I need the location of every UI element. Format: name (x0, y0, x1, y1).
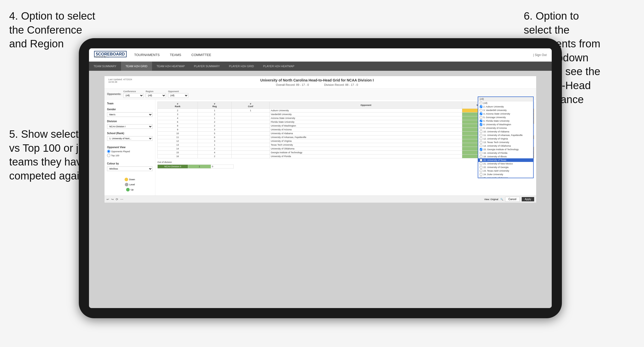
col-opponent: Opponent (270, 102, 462, 109)
subnav-team-summary[interactable]: TEAM SUMMARY (89, 62, 121, 71)
toolbar: ↩ ↪ ⟳ ⋯ View: Original 🔍 Cancel Apply (104, 196, 536, 203)
nav-committee[interactable]: COMMITTEE (191, 52, 211, 58)
dropdown-item[interactable]: 11. University of Arkansas, Fayetteville (478, 133, 533, 137)
subnav: TEAM SUMMARY TEAM H2H GRID TEAM H2H HEAT… (89, 62, 552, 71)
dropdown-item[interactable]: 18. University of Illinois (478, 155, 533, 158)
cell-reg: 2 (198, 155, 232, 158)
view-label: View: Original (484, 198, 498, 201)
dropdown-item[interactable]: 14. University of Oklahoma (478, 144, 533, 148)
cancel-button[interactable]: Cancel (505, 197, 520, 202)
out-win: 1 (188, 165, 211, 169)
out-of-division-table: NCAA Division II 1 0 (157, 164, 234, 169)
cell-conf (231, 155, 269, 158)
cell-opponent: University of Alabama (270, 132, 462, 135)
opponent-dropdown[interactable]: (All) (All) 2. Auburn University 3. Vand… (478, 96, 534, 178)
school-select[interactable]: 1. University of Nort... (107, 136, 153, 141)
cell-rank: 8 (158, 124, 198, 128)
cell-rank: 4 (158, 116, 198, 120)
cell-conf: 1 (231, 109, 269, 113)
dropdown-item[interactable]: 21. University of New Mexico (478, 162, 533, 165)
cell-rank: 3 (158, 113, 198, 116)
dropdown-item[interactable]: 16. University of Florida (478, 151, 533, 155)
main-content: Last Updated: 4/7/2024 16:55:38 Universi… (89, 71, 552, 308)
subnav-player-h2h-heatmap[interactable]: PLAYER H2H HEATMAP (259, 62, 299, 71)
conference-select[interactable]: (All) (123, 93, 144, 98)
radio-group: Opponents Played Top 100 (107, 150, 153, 157)
cell-rank: 10 (158, 132, 198, 135)
dropdown-item[interactable]: 8. University of Washington (478, 123, 533, 126)
subnav-h2h-grid[interactable]: TEAM H2H GRID (121, 62, 152, 71)
navbar: 5COREBOARD Powered By ... TOURNAMENTS TE… (89, 48, 552, 62)
nav-tournaments[interactable]: TOURNAMENTS (134, 52, 160, 58)
cell-rank: 9 (158, 128, 198, 132)
cell-reg: 3 (198, 139, 232, 143)
record-info: Overall Record: 89 - 17 - 0 Division Rec… (260, 83, 374, 86)
dropdown-item[interactable]: (All) (478, 101, 533, 105)
cell-conf (231, 120, 269, 124)
subnav-h2h-heatmap[interactable]: TEAM H2H HEATMAP (152, 62, 189, 71)
dropdown-item[interactable]: 12. University of Virginia (478, 137, 533, 141)
nav-teams[interactable]: TEAMS (170, 52, 181, 58)
more-btn[interactable]: ⋯ (120, 198, 123, 201)
radio-opponents-played[interactable]: Opponents Played (107, 150, 153, 153)
level-dot (125, 183, 128, 186)
gender-select[interactable]: Men's (107, 112, 153, 117)
cell-reg: 6 (198, 135, 232, 139)
dropdown-item[interactable]: 4. Arizona State University (478, 112, 533, 116)
dropdown-item[interactable]: 24. Duke University (478, 173, 533, 176)
radio-top100[interactable]: Top 100 (107, 154, 153, 157)
opponents-label: Opponents: (107, 93, 121, 95)
region-select[interactable]: (All) (146, 93, 166, 98)
redo-btn[interactable]: ↪ (111, 198, 114, 201)
dropdown-item[interactable]: 23. Texas A&M University (478, 169, 533, 173)
cell-rank: 15 (158, 151, 198, 155)
cell-reg: 3 (198, 128, 232, 132)
undo-btn[interactable]: ↩ (107, 198, 109, 201)
tablet-screen: 5COREBOARD Powered By ... TOURNAMENTS TE… (89, 48, 552, 308)
sign-out[interactable]: | Sign Out (533, 53, 547, 57)
subnav-player-summary[interactable]: PLAYER SUMMARY (189, 62, 224, 71)
dropdown-item[interactable]: 15. Georgia Institute of Technology (478, 148, 533, 151)
division-select[interactable]: NCAA Division I (107, 124, 153, 129)
left-sidebar: Team Gender Men's Division NCAA Division… (104, 100, 155, 196)
dropdown-item[interactable]: 13. Texas Tech University (478, 141, 533, 144)
team-section: Team (107, 102, 153, 105)
cell-conf (231, 143, 269, 147)
down-label: Down (129, 178, 135, 181)
colour-by-select[interactable]: Win/loss (107, 166, 153, 171)
subnav-player-h2h-grid[interactable]: PLAYER H2H GRID (224, 62, 259, 71)
last-updated: Last Updated: 4/7/2024 16:55:38 (108, 78, 132, 83)
legend: Down Level Up (107, 176, 153, 193)
col-conf: #Conf (231, 102, 269, 109)
dropdown-item[interactable]: 3. Vanderbilt University (478, 108, 533, 112)
opponent-filter: Opponent (All) (168, 90, 188, 98)
cell-reg: 5 (198, 132, 232, 135)
out-of-division-row: NCAA Division II 1 0 (158, 165, 234, 169)
cell-opponent: University of Oklahoma (270, 147, 462, 151)
school-section: School (Rank) 1. University of Nort... (107, 132, 153, 141)
dropdown-item[interactable]: 2. Auburn University (478, 105, 533, 108)
cell-opponent: Texas Tech University (270, 143, 462, 147)
col-rank: #Rank (158, 102, 198, 109)
out-division-name: NCAA Division II (158, 165, 188, 169)
apply-button[interactable]: Apply (522, 197, 534, 201)
reset-btn[interactable]: ⟳ (116, 198, 118, 201)
opponent-select[interactable]: (All) (168, 93, 188, 98)
dropdown-item[interactable]: 6. Florida State University (478, 119, 533, 123)
cell-rank: 16 (158, 155, 198, 158)
cell-opponent: Florida State University (270, 120, 462, 124)
report-header: Last Updated: 4/7/2024 16:55:38 Universi… (104, 76, 536, 89)
level-label: Level (129, 183, 135, 186)
dropdown-item[interactable]: 5. Gonzaga University (478, 116, 533, 119)
cell-rank: 12 (158, 139, 198, 143)
dropdown-item[interactable]: 22. University of Georgia (478, 165, 533, 169)
dropdown-item[interactable]: 20. University of Texas (478, 158, 533, 162)
logo: 5COREBOARD Powered By ... (94, 52, 127, 58)
cell-reg: 2 (198, 147, 232, 151)
dropdown-item[interactable]: 10. University of Alabama (478, 130, 533, 133)
cell-reg: 4 (198, 151, 232, 155)
dropdown-item[interactable]: 25. University of Oregon (478, 176, 533, 178)
conference-filter: Conference (All) (123, 90, 144, 98)
cell-conf (231, 116, 269, 120)
dropdown-item[interactable]: 9. University of Arizona (478, 126, 533, 130)
